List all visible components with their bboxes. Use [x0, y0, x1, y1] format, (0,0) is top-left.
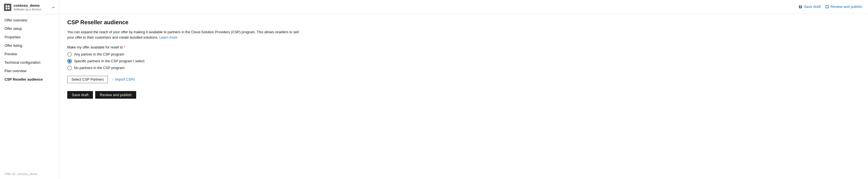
- app-name: contoso_demo: [13, 3, 41, 8]
- select-csp-partners-button[interactable]: Select CSP Partners: [67, 76, 108, 83]
- save-draft-button[interactable]: Save draft: [67, 91, 93, 99]
- radio-option-no-partners[interactable]: No partners in the CSP program: [67, 66, 306, 70]
- svg-rect-3: [8, 8, 10, 9]
- required-marker: *: [123, 45, 125, 49]
- review-publish-icon: [825, 5, 829, 9]
- app-info: contoso_demo Software as a Service: [13, 3, 41, 11]
- field-label-text: Make my offer available for resell to: [67, 45, 123, 49]
- radio-input-any-partner[interactable]: [67, 52, 72, 57]
- content-area: CSP Reseller audience You can expand the…: [59, 13, 314, 104]
- topbar: Save draft Review and publish: [59, 0, 868, 13]
- radio-label-any-partner: Any partner in the CSP program: [74, 52, 124, 57]
- sidebar-logo-area: contoso_demo Software as a Service: [4, 3, 41, 11]
- sidebar-item-properties[interactable]: Properties: [0, 33, 59, 41]
- radio-input-no-partners[interactable]: [67, 66, 72, 70]
- sidebar-item-offer-overview[interactable]: Offer overview: [0, 16, 59, 25]
- svg-rect-1: [8, 5, 10, 7]
- import-csps-link[interactable]: ↑ Import CSPs: [112, 77, 135, 81]
- pin-icon[interactable]: ⇌: [52, 5, 55, 9]
- radio-option-specific-partners[interactable]: Specific partners in the CSP program I s…: [67, 59, 306, 64]
- action-row: Select CSP Partners ↑ Import CSPs: [67, 76, 306, 83]
- sidebar-item-offer-listing[interactable]: Offer listing: [0, 41, 59, 50]
- radio-option-any-partner[interactable]: Any partner in the CSP program: [67, 52, 306, 57]
- radio-input-specific-partners[interactable]: [67, 59, 72, 64]
- svg-rect-0: [6, 5, 7, 7]
- sidebar-item-preview[interactable]: Preview: [0, 50, 59, 58]
- sidebar: contoso_demo Software as a Service ⇌ Off…: [0, 0, 59, 179]
- logo-svg: [5, 5, 10, 9]
- bottom-actions: Save draft Review and publish: [67, 91, 306, 99]
- sidebar-nav: Offer overview Offer setup Properties Of…: [0, 14, 59, 170]
- app-subtitle: Software as a Service: [13, 8, 41, 11]
- sidebar-item-csp-reseller-audience[interactable]: CSP Reseller audience: [0, 75, 59, 84]
- app-logo-icon: [4, 4, 11, 11]
- description-content: You can expand the reach of your offer b…: [67, 30, 299, 39]
- main-content: Save draft Review and publish CSP Resell…: [59, 0, 868, 179]
- radio-label-specific-partners: Specific partners in the CSP program I s…: [74, 59, 144, 63]
- radio-label-no-partners: No partners in the CSP program: [74, 66, 124, 70]
- offer-id: Offer ID: contoso_demo: [0, 170, 59, 179]
- radio-group: Any partner in the CSP program Specific …: [67, 52, 306, 70]
- save-draft-topbar-button[interactable]: Save draft: [799, 4, 820, 9]
- import-csps-label: Import CSPs: [115, 77, 135, 81]
- page-title: CSP Reseller audience: [67, 19, 306, 26]
- sidebar-item-offer-setup[interactable]: Offer setup: [0, 25, 59, 33]
- sidebar-item-technical-configuration[interactable]: Technical configuration: [0, 58, 59, 67]
- topbar-actions: Save draft Review and publish: [799, 4, 862, 9]
- review-publish-topbar-button[interactable]: Review and publish: [825, 4, 862, 9]
- svg-rect-2: [6, 8, 7, 9]
- review-publish-topbar-label: Review and publish: [830, 4, 862, 9]
- import-icon: ↑: [112, 77, 114, 81]
- review-publish-button[interactable]: Review and publish: [95, 91, 136, 99]
- save-draft-icon: [799, 5, 802, 9]
- learn-more-link[interactable]: Learn more: [159, 36, 178, 39]
- save-draft-topbar-label: Save draft: [804, 4, 820, 9]
- description-text: You can expand the reach of your offer b…: [67, 30, 306, 40]
- field-label: Make my offer available for resell to *: [67, 45, 306, 49]
- sidebar-header: contoso_demo Software as a Service ⇌: [0, 0, 59, 14]
- sidebar-item-plan-overview[interactable]: Plan overview: [0, 67, 59, 75]
